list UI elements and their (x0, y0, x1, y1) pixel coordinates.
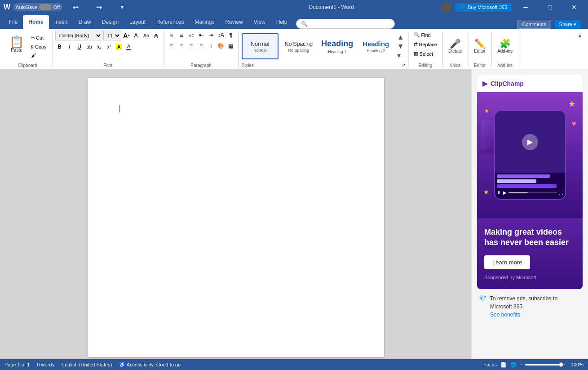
document-page[interactable] (88, 78, 384, 357)
strikethrough-button[interactable]: ab (85, 42, 94, 51)
font-size-select[interactable]: 11 (103, 31, 121, 40)
undo-button[interactable]: ↩ (65, 0, 86, 14)
styles-container: Normal Normal No Spacing No Spacing Head… (242, 32, 405, 61)
increase-indent-button[interactable]: ⇥ (207, 31, 216, 40)
document-area[interactable] (0, 69, 471, 359)
font-family-select[interactable]: Calibri (Body) (55, 31, 102, 40)
numbering-button[interactable]: ≣ (177, 31, 186, 40)
bold-button[interactable]: B (55, 42, 64, 51)
ribbon-group-voice: 🎤 Dictate Voice (443, 31, 468, 68)
learn-more-button[interactable]: Learn more (484, 255, 530, 269)
tab-review[interactable]: Review (220, 15, 248, 29)
addins-label: Add-ins (497, 49, 513, 53)
search-wrap[interactable]: 🔍 Tell me what you want to do (296, 19, 395, 29)
multilevel-list-button[interactable]: ≡↕ (187, 31, 196, 40)
format-painter-button[interactable]: 🖌 (29, 51, 49, 59)
zoom-slider[interactable] (525, 364, 561, 366)
font-shrink-button[interactable]: A- (132, 31, 141, 40)
copy-button[interactable]: ⎘ Copy (29, 43, 49, 51)
select-button[interactable]: ▦ Select (411, 49, 436, 58)
italic-button[interactable]: I (65, 42, 74, 51)
view-normal-icon[interactable]: 📄 (500, 362, 507, 368)
addins-group-label: Add-ins (497, 63, 513, 68)
find-button[interactable]: 🔍 Find (411, 31, 433, 39)
show-formatting-button[interactable]: ¶ (226, 31, 235, 40)
autosave-badge[interactable]: AutoSave Off (13, 3, 62, 11)
zoom-out-icon[interactable]: − (520, 362, 523, 367)
replace-button[interactable]: ⇄ Replace (411, 40, 439, 49)
star-decor-1: ★ (568, 99, 575, 109)
zoom-level[interactable]: 100% (567, 362, 584, 367)
font-row1: Calibri (Body) 11 A+ A- Aa A (55, 31, 161, 40)
remove-ads-message: To remove ads, subscribe to Microsoft 36… (490, 295, 557, 310)
clear-formatting-button[interactable]: A (152, 31, 161, 40)
styles-down-icon: ▼ (397, 42, 404, 50)
close-button[interactable]: ✕ (564, 0, 584, 14)
tab-file[interactable]: File (4, 15, 23, 29)
superscript-button[interactable]: x² (105, 42, 114, 51)
zoom-control[interactable]: − + 100% (520, 362, 584, 367)
cut-label: Cut (36, 35, 44, 40)
bullets-button[interactable]: ≡ (167, 31, 176, 40)
tab-help[interactable]: Help (271, 15, 293, 29)
ribbon-collapse-button[interactable]: ▲ (575, 31, 584, 40)
clipboard-group: 📋 Paste ✂ Cut ⎘ Copy 🖌 (6, 34, 49, 59)
align-right-button[interactable]: ≡ (187, 41, 196, 50)
underline-button[interactable]: U (75, 42, 84, 51)
cut-button[interactable]: ✂ Cut (29, 34, 49, 42)
addins-button[interactable]: 🧩 Add-ins (495, 37, 515, 55)
tab-layout[interactable]: Layout (124, 15, 151, 29)
words-info: 0 words (37, 362, 54, 367)
sort-button[interactable]: ↕A (217, 31, 225, 40)
shading-button[interactable]: 🎨 (217, 41, 225, 50)
redo-button[interactable]: ↪ (88, 0, 109, 14)
style-heading2[interactable]: Heading Heading 2 (358, 33, 394, 59)
profile-avatar[interactable] (441, 2, 451, 13)
tab-home[interactable]: Home (23, 15, 49, 29)
font-grow-button[interactable]: A+ (122, 31, 131, 40)
styles-dialog-launcher[interactable]: ↗ (402, 62, 405, 67)
tab-mailings[interactable]: Mailings (189, 15, 220, 29)
comments-button[interactable]: Comments (517, 20, 551, 29)
line-spacing-button[interactable]: ↕ (207, 41, 216, 50)
dictate-button[interactable]: 🎤 Dictate (446, 37, 465, 55)
ribbon-right-controls: Comments Share ▾ (517, 20, 584, 29)
progress-bar (508, 192, 557, 193)
align-left-button[interactable]: ≡ (167, 41, 176, 50)
tab-insert[interactable]: Insert (49, 15, 73, 29)
word-logo: W (4, 3, 10, 11)
tab-draw[interactable]: Draw (73, 15, 97, 29)
justify-button[interactable]: ≡ (197, 41, 206, 50)
para-row1: ≡ ≣ ≡↕ ⇤ ⇥ ↕A ¶ (167, 31, 235, 40)
tab-references[interactable]: References (151, 15, 189, 29)
style-normal-text: Normal (251, 40, 270, 47)
style-heading1[interactable]: Heading Heading 1 (319, 33, 356, 59)
see-benefits-link[interactable]: See benefits (490, 312, 520, 318)
tab-view[interactable]: View (248, 15, 271, 29)
maximize-button[interactable]: □ (539, 0, 560, 14)
timeline-row-3 (497, 184, 557, 188)
style-nospacing[interactable]: No Spacing No Spacing (280, 33, 317, 59)
ribbon-group-editor: ✏️ Editor Editor (469, 31, 491, 68)
decrease-indent-button[interactable]: ⇤ (197, 31, 206, 40)
styles-scroll[interactable]: ▲ ▼ ▾ (396, 32, 405, 61)
paste-button[interactable]: 📋 Paste (6, 34, 27, 55)
align-center-button[interactable]: ≡ (177, 41, 186, 50)
font-color-button[interactable]: A (124, 42, 133, 51)
style-normal[interactable]: Normal Normal (242, 33, 279, 59)
tab-design[interactable]: Design (97, 15, 124, 29)
share-button[interactable]: Share ▾ (555, 20, 581, 29)
buy-microsoft-button[interactable]: 🟦 Buy Microsoft 365 (455, 3, 512, 12)
editor-button[interactable]: ✏️ Editor (471, 37, 488, 55)
focus-button[interactable]: Focus (483, 362, 497, 367)
minimize-button[interactable]: ─ (515, 0, 536, 14)
borders-button[interactable]: ▦ (226, 41, 235, 50)
subscript-button[interactable]: x₂ (95, 42, 104, 51)
autosave-toggle[interactable] (39, 4, 52, 10)
view-web-icon[interactable]: 🌐 (510, 362, 517, 368)
buy-label: Buy Microsoft 365 (468, 4, 507, 10)
more-button[interactable]: ▾ (112, 0, 133, 14)
text-highlight-button[interactable]: A (115, 42, 124, 51)
editing-content: 🔍 Find ⇄ Replace ▦ Select (411, 31, 439, 62)
change-case-button[interactable]: Aa (142, 31, 151, 40)
